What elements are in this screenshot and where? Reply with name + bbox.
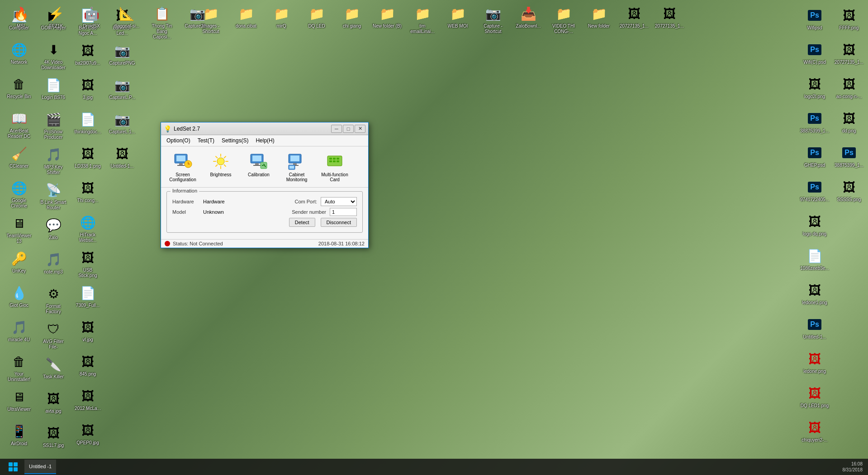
icon-mp3-key[interactable]: 🎵 MP3 Key Shifter xyxy=(37,144,70,177)
icon-airdroid[interactable]: 📱 AirDroid xyxy=(3,420,35,453)
icon-9741722405[interactable]: Ps 9741722405... xyxy=(798,176,831,209)
icon-avg-filter[interactable]: 🛡 AVG Filter File- xyxy=(37,318,70,352)
icon-ledone1[interactable]: 🖼 ledone1.png xyxy=(798,279,831,312)
icon-droidsx[interactable]: 🤖 DroidSX xyxy=(75,3,108,35)
icon-acerbeat[interactable]: 📖 AcerBeat Reader DC xyxy=(3,108,35,141)
calibration-button[interactable]: Calibration xyxy=(241,149,277,184)
icon-hitrack[interactable]: 🌐 HiTrack Websit... xyxy=(71,212,104,245)
icon-blink[interactable]: 📡 B Link Smart Router xyxy=(37,179,70,212)
icon-ffz1k[interactable]: ⚡ FFZ1K xyxy=(40,3,72,35)
icon-zalo[interactable]: 💬 Zalo xyxy=(37,214,70,247)
icon-ledone-png[interactable]: 🖼 ledone.png xyxy=(798,348,831,381)
icon-your-uninstaller[interactable]: 🗑 Your Uninstaller! xyxy=(3,351,35,384)
start-button[interactable] xyxy=(2,460,24,474)
disconnect-button[interactable]: Disconnect xyxy=(321,218,357,227)
icon-notemp3[interactable]: 🎵 note.mp3 xyxy=(37,249,70,281)
menu-option[interactable]: Option(O) xyxy=(163,136,194,145)
multi-function-button[interactable]: Multi-functionCard xyxy=(317,149,353,184)
icon-proshow[interactable]: 🎬 ProShow Producer xyxy=(37,108,70,142)
icon-unkey[interactable]: 🔑 UnKey xyxy=(3,248,35,280)
icon-zalodown[interactable]: 📥 ZaloBownl... xyxy=(512,3,545,35)
icon-miracle4u[interactable]: 🎵 miracle 4U xyxy=(3,316,35,349)
cabinet-monitoring-button[interactable]: CabinetMonitoring xyxy=(279,149,315,184)
icon-chiquyen2[interactable]: 🖼 chiquyen2-... xyxy=(798,417,831,449)
minimize-button[interactable]: ─ xyxy=(331,125,342,133)
icon-images-shortcut[interactable]: 📁 Images - Shortcut xyxy=(194,3,227,36)
icon-donacibat[interactable]: 📁 dona.cibat xyxy=(230,3,262,35)
icon-thinkingdoc[interactable]: 📄 thinkingdoc... xyxy=(71,108,104,141)
icon-thongtin[interactable]: 📋 Thong Tin Bang Caposi... xyxy=(146,3,178,42)
svg-line-12 xyxy=(224,156,226,158)
icon-logo2l[interactable]: 🖼 logo2l.png xyxy=(798,73,831,106)
menu-test[interactable]: Test(T) xyxy=(194,136,218,145)
icon-38875399-1b[interactable]: Ps 38875399_1... xyxy=(833,142,865,174)
icon-20727135-1a[interactable]: 🖼 20727135_1... xyxy=(618,3,650,35)
icon-sssss-png[interactable]: 🖼 SSSSS.png xyxy=(833,176,865,209)
icon-ao-cong-n[interactable]: 🖼 ao-cong-n-... xyxy=(833,73,865,106)
icon-network[interactable]: 🌐 Network xyxy=(3,39,35,71)
icon-capturelp[interactable]: 📷 CaptureL.P... xyxy=(106,74,138,107)
icon-wifipsd[interactable]: Ps Wifipsd xyxy=(798,5,831,37)
icon-ss1l7[interactable]: 🖼 SS1L7.jpg xyxy=(37,422,70,455)
icon-vlj[interactable]: 🖼 vl.jpg xyxy=(71,316,104,349)
icon-4kvideo[interactable]: ⬇ 4K Video Downloader xyxy=(37,39,70,72)
screen-config-button[interactable]: ScreenConfiguration xyxy=(165,149,201,184)
icon-qpep[interactable]: 🖼 QPEP0.jpg xyxy=(71,419,104,452)
icon-recycle-bin[interactable]: 🗑 Recycle Bin xyxy=(3,73,35,106)
icon-task-killer[interactable]: 🔪 Task Killer xyxy=(37,353,70,386)
icon-newfolderb[interactable]: 📁 New folder (B) xyxy=(371,3,403,35)
icon-msi[interactable]: 🔥 MSI xyxy=(5,3,37,35)
maximize-button[interactable]: □ xyxy=(343,125,354,133)
icon-38875399[interactable]: Ps 38875399_1... xyxy=(798,108,831,140)
icon-845[interactable]: 🖼 845.png xyxy=(71,351,104,383)
icon-dq-led[interactable]: 📁 DQ LED xyxy=(300,3,333,35)
icon-format-factory[interactable]: ⚙ Format Factory xyxy=(37,283,70,316)
icon-ccleaner[interactable]: 🧹 CCleaner xyxy=(3,143,35,175)
icon-login-bs76[interactable]: 📄 Login BS76 xyxy=(37,74,70,107)
icon-ld338[interactable]: 🖼 LD338 1.png xyxy=(71,143,104,175)
icon-20727135-1c[interactable]: 🖼 20727135_1... xyxy=(833,39,865,71)
icon-dd-png[interactable]: 🖼 dd.png xyxy=(833,108,865,140)
icon-7309[interactable]: 📄 7309_Full... xyxy=(71,282,104,315)
icon-giotgioc[interactable]: 💧 Giot Gioc xyxy=(3,282,35,315)
brightness-button[interactable]: Brightness xyxy=(203,149,239,184)
icon-diagonal[interactable]: 📐 diagonal-si... xyxy=(110,3,143,35)
icon-capture-shortcut[interactable]: 📷 Capture - Shortcut xyxy=(477,3,509,36)
svg-rect-23 xyxy=(293,163,297,165)
sender-number-input[interactable] xyxy=(330,208,357,216)
menu-help[interactable]: Help(H) xyxy=(252,136,278,145)
icon-usb-stick[interactable]: 🖼 USB Stick.png xyxy=(71,247,104,280)
icon-mirq[interactable]: 📁 mirQ xyxy=(265,3,298,35)
icon-web-moi[interactable]: 📁 WEB MOI xyxy=(441,3,474,35)
icon-thicong[interactable]: 🖼 Thi cong... xyxy=(71,177,104,210)
icon-ultraviewer[interactable]: 🖥 UltraViewer xyxy=(3,386,35,419)
icon-avta-jpg[interactable]: 🖼 avta.jpg xyxy=(37,388,70,420)
icon-2012-mclaren[interactable]: 🖼 2012 McLa... xyxy=(71,385,104,418)
icon-untitled-c[interactable]: 🖼 Untitled-1... xyxy=(106,143,138,175)
detect-button[interactable]: Detect xyxy=(289,218,315,227)
icon-dqled1[interactable]: 🖼 DQ LED1.png xyxy=(798,382,831,415)
icon-new-folder-r[interactable]: 📁 New folder xyxy=(583,3,615,35)
info-group: Information Hardware Hardware Com Port: … xyxy=(166,191,363,233)
close-button[interactable]: ✕ xyxy=(355,125,365,133)
icon-chigiang[interactable]: 📁 chi giang xyxy=(336,3,368,35)
icon-20727135-1b[interactable]: 🖼 20727135_1... xyxy=(653,3,686,35)
com-port-select[interactable]: Auto COM1 COM2 COM3 xyxy=(321,197,357,206)
icon-capturepng[interactable]: 📷 CapturePNG xyxy=(106,40,138,72)
menu-settings[interactable]: Settings(S) xyxy=(218,136,252,145)
icon-video-thi-cong[interactable]: 📁 VIDEO THI CONG-... xyxy=(547,3,580,36)
icon-ffff-png[interactable]: 🖼 FFFF.png xyxy=(833,5,865,37)
icon-ghep-psd[interactable]: Ps GHEP.psd xyxy=(798,142,831,174)
icon-logo-dq[interactable]: 🖼 logo dq.png xyxy=(798,211,831,243)
taskbar-item-untitled[interactable]: Untitled -1 xyxy=(24,460,56,474)
icon-1086zeeb[interactable]: 📄 1086zeeb3e... xyxy=(798,245,831,277)
icon-3jpg[interactable]: 🖼 3.jpg xyxy=(71,74,104,107)
icon-untitled-1r[interactable]: Ps Untitled-1... xyxy=(798,314,831,346)
icon-wificpsd[interactable]: Ps Wifi(C).psd xyxy=(798,39,831,71)
icon-google-chrome[interactable]: 🌐 Google Chrome xyxy=(3,177,35,211)
icon-teamviewer[interactable]: 🖥 TeamViewer 13 xyxy=(3,212,35,246)
icon-ba20l07[interactable]: 🖼 ba20l07u9... xyxy=(71,40,104,72)
icon-capturel1[interactable]: 📷 CaptureL.1... xyxy=(106,108,138,141)
multi-function-icon xyxy=(325,151,345,171)
icon-tim-email[interactable]: 📁 tim emailLinai... xyxy=(406,3,439,36)
